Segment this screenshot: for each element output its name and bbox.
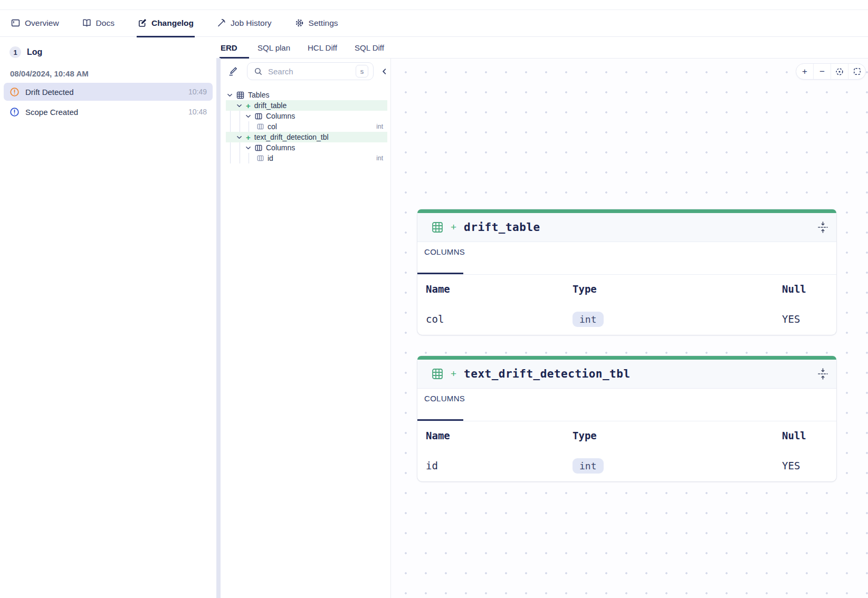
log-header: 1 Log <box>0 37 216 58</box>
column-type-label: int <box>376 155 390 162</box>
nav-overview-label: Overview <box>25 18 59 28</box>
search-input[interactable] <box>267 66 351 76</box>
tree-node-label: col <box>268 122 277 131</box>
cell-type: int <box>573 312 782 327</box>
card-accent-bar <box>417 209 836 213</box>
collapse-card-button[interactable] <box>817 367 829 381</box>
table-grid-icon <box>432 221 443 233</box>
schema-tree-panel: s Tables <box>221 59 391 598</box>
added-plus-icon: + <box>451 368 456 380</box>
tree-node-column-col[interactable]: col int <box>221 121 390 132</box>
nav-settings-label: Settings <box>309 18 338 28</box>
nav-changelog-label: Changelog <box>151 18 194 28</box>
column-header: Name <box>426 430 573 441</box>
overview-icon <box>11 18 20 27</box>
tab-erd[interactable]: ERD <box>221 37 237 58</box>
log-panel: 1 Log 08/04/2024, 10:48 AM Drift Detecte… <box>0 37 216 598</box>
column-header: Null <box>782 430 836 441</box>
column-header: Name <box>426 283 573 295</box>
table-grid-icon <box>432 368 443 380</box>
fit-view-button[interactable] <box>848 64 865 79</box>
pickaxe-icon <box>217 18 226 27</box>
log-entry-scope-created[interactable]: Scope Created 10:48 <box>4 103 213 121</box>
table-row[interactable]: col int YES <box>417 303 836 335</box>
nav-overview[interactable]: Overview <box>10 10 60 37</box>
tab-sql-plan[interactable]: SQL plan <box>257 37 290 58</box>
log-count-badge: 1 <box>9 46 21 58</box>
cell-name: col <box>426 313 573 325</box>
info-circle-icon <box>9 107 20 117</box>
erd-table-card-drift-table[interactable]: + drift_table COLUMNS Name Type Null col… <box>417 209 836 335</box>
nav-job-history[interactable]: Job History <box>216 10 273 37</box>
log-entry-drift-detected[interactable]: Drift Detected 10:49 <box>4 83 213 101</box>
columns-icon <box>255 113 262 120</box>
column-icon <box>257 155 264 161</box>
nav-settings[interactable]: Settings <box>294 10 339 37</box>
tree-node-label: text_drift_detection_tbl <box>254 133 329 141</box>
added-plus-icon: + <box>246 102 251 110</box>
changelog-icon <box>138 18 147 27</box>
tree-node-label: drift_table <box>254 101 287 110</box>
tree-node-tables[interactable]: Tables <box>221 90 390 100</box>
panel-divider-scrollbar[interactable] <box>216 58 221 598</box>
card-accent-bar <box>417 356 836 360</box>
tree-node-text-drift-detection-tbl[interactable]: + text_drift_detection_tbl <box>226 132 387 142</box>
tab-sql-plan-label: SQL plan <box>257 43 290 52</box>
tab-sql-diff[interactable]: SQL Diff <box>355 37 384 58</box>
tab-erd-label: ERD <box>221 43 237 52</box>
tree-node-columns[interactable]: Columns <box>221 142 390 153</box>
chevron-down-icon <box>236 134 242 140</box>
tree-node-columns[interactable]: Columns <box>221 111 390 121</box>
log-entry-time: 10:49 <box>188 88 207 96</box>
type-badge: int <box>573 312 604 327</box>
chevron-down-icon <box>245 113 251 119</box>
card-header: + drift_table <box>417 213 836 242</box>
card-table-name: text_drift_detection_tbl <box>464 368 630 380</box>
zoom-in-button[interactable]: + <box>796 64 813 79</box>
card-tab-columns[interactable]: COLUMNS <box>417 389 463 421</box>
center-view-button[interactable] <box>831 64 848 79</box>
card-columns-table: Name Type Null col int YES <box>417 275 836 335</box>
column-header: Type <box>573 430 782 441</box>
nav-docs[interactable]: Docs <box>81 10 116 37</box>
card-tab-bar: COLUMNS <box>417 242 836 275</box>
erd-table-card-text-drift-detection-tbl[interactable]: + text_drift_detection_tbl COLUMNS Name … <box>417 356 836 481</box>
chevron-down-icon <box>236 103 242 109</box>
cell-name: id <box>426 460 573 471</box>
card-header: + text_drift_detection_tbl <box>417 360 836 389</box>
columns-icon <box>255 144 262 151</box>
edit-pencil-button[interactable] <box>227 65 239 77</box>
collapse-card-button[interactable] <box>817 220 829 234</box>
added-plus-icon: + <box>246 133 251 141</box>
table-row[interactable]: id int YES <box>417 450 836 481</box>
tree-search-box: s <box>247 62 374 80</box>
card-columns-table: Name Type Null id int YES <box>417 421 836 481</box>
card-tab-columns[interactable]: COLUMNS <box>417 242 463 275</box>
tab-hcl-diff[interactable]: HCL Diff <box>308 37 337 58</box>
tree-node-label: Columns <box>266 112 295 120</box>
docs-icon <box>82 18 91 27</box>
log-entry-label: Drift Detected <box>25 88 183 97</box>
type-badge: int <box>573 458 604 474</box>
card-tab-bar: COLUMNS <box>417 389 836 421</box>
warning-circle-icon <box>9 87 20 97</box>
nav-docs-label: Docs <box>96 18 115 28</box>
nav-job-history-label: Job History <box>231 18 272 28</box>
added-plus-icon: + <box>451 221 456 233</box>
collapse-panel-button[interactable] <box>379 66 389 76</box>
chevron-left-icon <box>381 68 388 75</box>
gear-icon <box>295 18 304 27</box>
zoom-out-button[interactable]: − <box>813 64 831 79</box>
tree-node-label: id <box>268 154 273 162</box>
nav-changelog[interactable]: Changelog <box>137 10 195 37</box>
tree-node-column-id[interactable]: id int <box>221 153 390 163</box>
column-type-label: int <box>376 123 390 130</box>
card-table-name: drift_table <box>464 221 540 234</box>
column-header: Null <box>782 283 836 295</box>
chevron-down-icon <box>227 92 233 98</box>
top-navbar: Overview Docs Changelog Job History <box>0 9 868 37</box>
tree-node-label: Tables <box>248 91 269 99</box>
tree-node-drift-table[interactable]: + drift_table <box>226 100 387 111</box>
search-icon <box>254 67 262 75</box>
table-header-row: Name Type Null <box>417 275 836 303</box>
